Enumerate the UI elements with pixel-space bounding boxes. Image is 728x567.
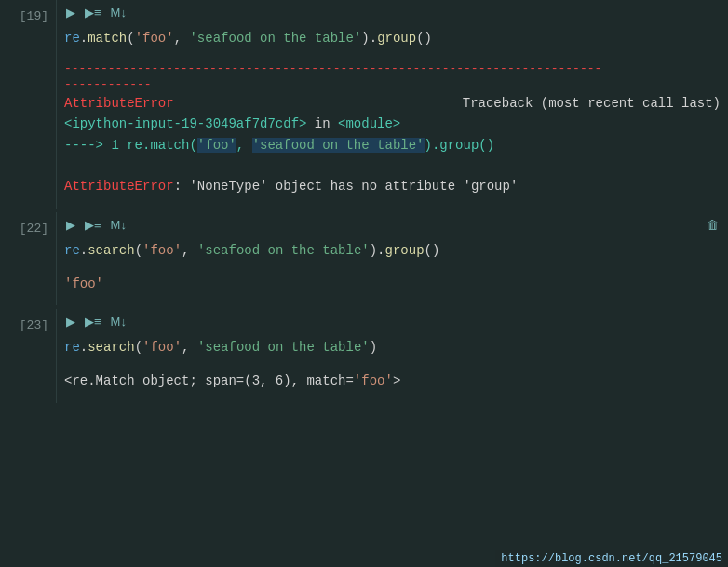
code-re-19: re: [64, 31, 80, 46]
code-re-22: re: [64, 243, 80, 258]
dashes-19: ----------------------------------------…: [64, 61, 721, 93]
arrow-method-19: group: [439, 138, 479, 153]
md-button-23[interactable]: M↓: [109, 315, 128, 329]
code-str1-19: 'foo': [135, 31, 174, 46]
code-comma-19: ,: [174, 31, 190, 46]
in-text-19: in: [306, 116, 338, 131]
code-area-23: re.search('foo', 'seafood on the table'): [57, 332, 728, 367]
run-button-23[interactable]: ▶: [64, 315, 77, 329]
run-icon-19: ▶: [66, 6, 75, 20]
cell-label-23: [23]: [20, 318, 48, 332]
code-group-22: group: [385, 243, 425, 258]
arrow-end-19: ).: [425, 138, 440, 153]
code-search-23: search: [88, 340, 134, 355]
error-type-19: AttributeError: [64, 179, 174, 194]
output-area-22: 'foo': [57, 270, 728, 305]
module-19: <module>: [338, 116, 400, 131]
code-group-19: group: [377, 31, 416, 46]
cell-gutter-22: [22]: [0, 212, 56, 305]
md-icon-23: M↓: [111, 315, 127, 329]
error-detail-19: : 'NoneType' object has no attribute 'gr…: [174, 179, 519, 194]
arrow-str1-19: 'foo': [197, 138, 236, 153]
code-re-23: re: [64, 340, 80, 355]
cell-body-23: ▶ ▶≡ M↓ re.search('foo', 'seafood on the…: [56, 309, 728, 402]
cell-gutter-19: [19]: [0, 0, 56, 209]
run-icon-22: ▶: [66, 218, 75, 232]
code-area-19: re.match('foo', 'seafood on the table').…: [57, 23, 728, 58]
arrow-line-19: ----> 1 re.match('foo', 'seafood on the …: [64, 135, 721, 155]
cell-toolbar-22: ▶ ▶≡ M↓ 🗑: [57, 212, 728, 236]
md-icon-19: M↓: [111, 6, 127, 20]
code-paren2-19: ).: [361, 31, 377, 46]
arrow-str2-19: 'seafood on the table': [252, 138, 425, 153]
run-button-22[interactable]: ▶: [64, 218, 77, 232]
code-area-22: re.search('foo', 'seafood on the table')…: [57, 236, 728, 270]
code-str1-22: 'foo': [142, 243, 182, 258]
location-file-19: <ipython-input-19-3049af7d7cdf>: [64, 116, 306, 131]
md-icon-22: M↓: [111, 218, 127, 232]
md-button-19[interactable]: M↓: [109, 6, 128, 20]
run-button-19[interactable]: ▶: [64, 6, 77, 20]
error-msg-19: AttributeError: 'NoneType' object has no…: [64, 176, 721, 196]
output-text-22: 'foo': [64, 277, 103, 291]
code-match-19: match: [88, 31, 127, 46]
cell-toolbar-23: ▶ ▶≡ M↓: [57, 309, 728, 332]
cell-gutter-23: [23]: [0, 309, 56, 402]
code-str2-19: 'seafood on the table': [189, 31, 361, 46]
run-icon-23: ▶: [66, 315, 75, 329]
cell-body-19: ▶ ▶≡ M↓ re.match('foo', 'seafood on the …: [56, 0, 728, 209]
step-button-23[interactable]: ▶≡: [83, 315, 103, 329]
cell-toolbar-19: ▶ ▶≡ M↓: [57, 0, 728, 23]
output-match-23: <re.Match object; span=(3, 6), match=: [64, 373, 354, 388]
traceback-label-19: Traceback (most recent call last): [463, 93, 721, 114]
error-name-19: AttributeError: [64, 93, 174, 114]
step-button-22[interactable]: ▶≡: [83, 218, 103, 232]
step-icon-23: ▶≡: [85, 315, 101, 329]
output-area-23: <re.Match object; span=(3, 6), match='fo…: [57, 367, 728, 402]
url-bar: https://blog.csdn.net/qq_21579045: [495, 550, 728, 567]
code-str2-22: 'seafood on the table': [197, 243, 370, 258]
traceback-location-19: <ipython-input-19-3049af7d7cdf> in <modu…: [64, 114, 721, 134]
cell-label-19: [19]: [20, 9, 48, 23]
code-paren1-19: (: [127, 31, 134, 46]
code-search-22: search: [88, 243, 134, 258]
code-end-19: (): [416, 31, 432, 46]
delete-icon-22: 🗑: [707, 218, 719, 232]
cell-body-22: ▶ ▶≡ M↓ 🗑 re.search('foo', 'seafood on t…: [56, 212, 728, 305]
cell-22: [22] ▶ ▶≡ M↓ 🗑 re.search('foo', 'seafood…: [0, 212, 728, 305]
arrow-mid-19: ,: [236, 138, 252, 153]
step-icon-22: ▶≡: [85, 218, 101, 232]
delete-button-22[interactable]: 🗑: [705, 218, 721, 232]
output-match-val-23: 'foo': [354, 373, 393, 388]
step-icon-19: ▶≡: [85, 6, 101, 20]
code-str2-23: 'seafood on the table': [197, 340, 370, 355]
step-button-19[interactable]: ▶≡: [83, 6, 103, 20]
arrow-close-19: (): [479, 138, 494, 153]
cell-19: [19] ▶ ▶≡ M↓ re.match('foo', 'seafood on…: [0, 0, 728, 209]
cell-23: [23] ▶ ▶≡ M↓ re.search('foo', 'seafood o…: [0, 309, 728, 402]
traceback-header-19: AttributeError Traceback (most recent ca…: [64, 93, 721, 114]
output-area-19: ----------------------------------------…: [57, 58, 728, 209]
arrow-pre-19: ----> 1 re.match(: [64, 138, 197, 153]
md-button-22[interactable]: M↓: [109, 218, 128, 232]
cell-label-22: [22]: [20, 222, 48, 236]
code-str1-23: 'foo': [142, 340, 182, 355]
code-dot1-19: .: [80, 31, 88, 46]
